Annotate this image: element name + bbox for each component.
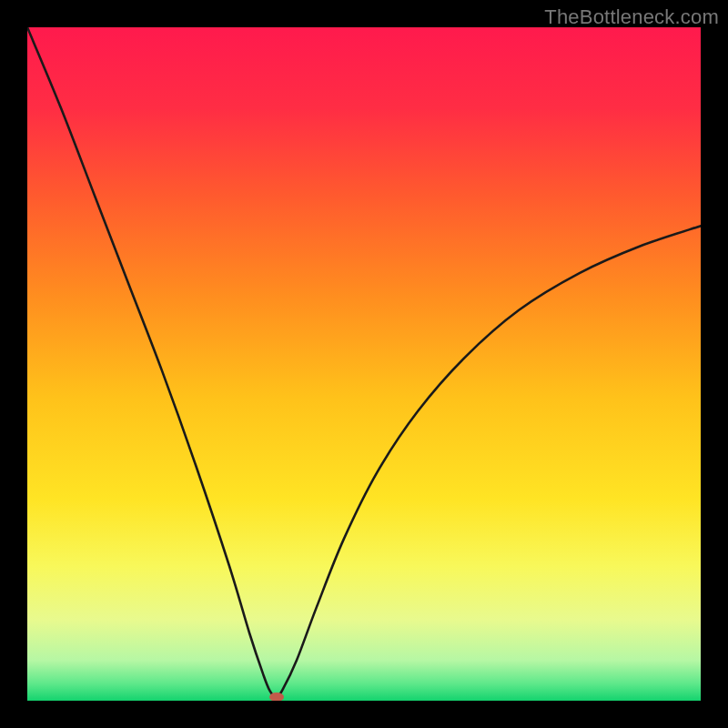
chart-frame: TheBottleneck.com	[0, 0, 728, 728]
watermark-text: TheBottleneck.com	[544, 5, 719, 29]
bottleneck-curve	[27, 27, 701, 701]
minimum-marker	[269, 693, 284, 701]
plot-area	[27, 27, 701, 701]
